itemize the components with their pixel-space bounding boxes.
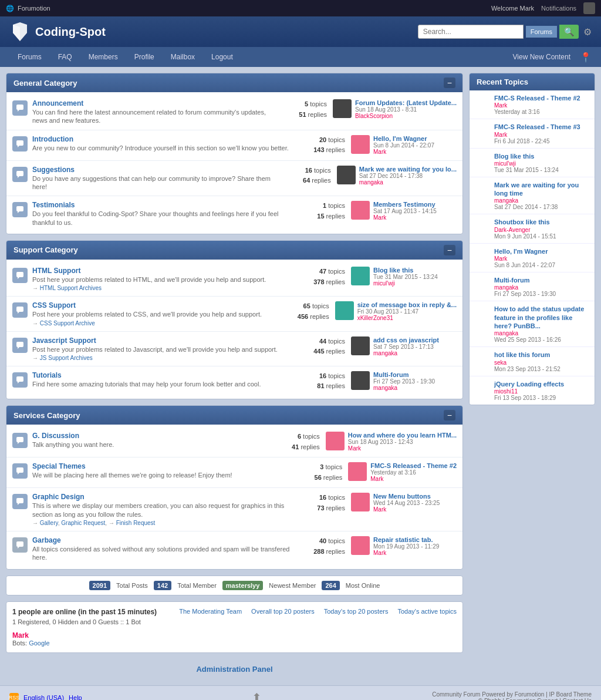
last-post-user-introduction[interactable]: Mark	[373, 149, 434, 155]
last-post-user-garbage[interactable]: Mark	[373, 550, 439, 556]
language-link[interactable]: English (USA)	[23, 694, 64, 700]
forum-name-js[interactable]: Javascript Support	[32, 336, 96, 345]
sidebar-topic-title-9[interactable]: jQuery Loading effects	[494, 380, 590, 388]
last-post-title-css[interactable]: size of message box in reply &...	[357, 301, 457, 308]
last-post-title-special-themes[interactable]: FMC-S Released - Theme #2	[370, 462, 457, 469]
rss-icon[interactable]: RSS	[9, 693, 19, 700]
last-post-user-css[interactable]: xKillerZone31	[357, 315, 457, 321]
last-post-user-graphic-design[interactable]: Mark	[373, 506, 440, 513]
forum-name-suggestions[interactable]: Suggestions	[32, 166, 75, 174]
forum-name-graphic-design[interactable]: Graphic Design	[32, 493, 85, 501]
finish-request-link[interactable]: Finish Request	[116, 520, 156, 526]
todays-active-link[interactable]: Today's active topics	[397, 608, 457, 615]
moderating-team-link[interactable]: The Moderating Team	[179, 608, 242, 615]
nav-mailbox[interactable]: Mailbox	[163, 47, 203, 67]
forum-name-introduction[interactable]: Introduction	[32, 135, 73, 143]
last-post-title-js[interactable]: add css on javascript	[373, 336, 439, 344]
search-forums-button[interactable]: Forums	[526, 26, 557, 38]
sidebar-topic-user-0[interactable]: Mark	[494, 102, 590, 109]
nav-profile[interactable]: Profile	[126, 47, 163, 67]
sidebar-topic-title-7[interactable]: How to add the status update feature in …	[494, 305, 590, 330]
forum-last-css: size of message box in reply &... Fri 30…	[335, 301, 457, 321]
top20-posters-link[interactable]: Overall top 20 posters	[251, 608, 315, 615]
last-post-title-html[interactable]: Blog like this	[373, 267, 438, 274]
support-category-toggle[interactable]: −	[444, 245, 455, 255]
sidebar-topic-user-1[interactable]: Mark	[494, 132, 590, 138]
search-go-button[interactable]: 🔍	[559, 25, 579, 39]
help-link[interactable]: Help	[69, 694, 82, 700]
sidebar-topic-title-2[interactable]: Blog like this	[494, 152, 590, 160]
todays-top20-link[interactable]: Today's top 20 posters	[324, 608, 389, 615]
sidebar-topic-user-7[interactable]: mangaka	[494, 330, 590, 336]
gear-icon[interactable]: ⚙	[583, 26, 592, 38]
forum-name-testimonials[interactable]: Testimonials	[32, 201, 75, 209]
last-post-user-special-themes[interactable]: Mark	[370, 476, 457, 482]
forum-name-tutorials[interactable]: Tutorials	[32, 371, 62, 379]
js-archives-link[interactable]: JS Support Archives	[40, 355, 93, 361]
forum-icon-gdiscussion	[12, 433, 28, 448]
logo[interactable]: Coding-Spot	[9, 21, 106, 42]
svg-rect-18	[16, 437, 23, 442]
online-user[interactable]: Mark	[12, 631, 457, 640]
forum-last-tutorials: Multi-forum Fri 27 Sep 2013 - 19:30 mang…	[351, 371, 457, 391]
sidebar-topic-user-2[interactable]: micul'wji	[494, 160, 590, 167]
notifications-link[interactable]: Notifications	[541, 5, 576, 12]
last-post-title-gdiscussion[interactable]: How and where do you learn HTM...	[348, 432, 457, 439]
sidebar-topic-title-8[interactable]: hot like this forum	[494, 351, 590, 359]
footer-copyright: Community Forum Powered by Forumotion | …	[432, 691, 592, 698]
services-category-toggle[interactable]: −	[444, 410, 455, 420]
google-bot-link[interactable]: Google	[29, 640, 49, 647]
last-post-user-gdiscussion[interactable]: Mark	[348, 445, 457, 452]
sidebar-topic-title-3[interactable]: Mark we are waiting for you long time	[494, 181, 590, 198]
nav-members[interactable]: Members	[80, 47, 126, 67]
last-post-user-suggestions[interactable]: mangaka	[359, 179, 457, 186]
sidebar-topic-user-4[interactable]: Dark-Avenger	[494, 227, 590, 233]
forum-name-garbage[interactable]: Garbage	[32, 536, 61, 544]
gallery-link[interactable]: Gallery	[40, 520, 58, 526]
last-post-user-announcement[interactable]: BlackScorpion	[355, 113, 457, 119]
sidebar-topic-title-6[interactable]: Multi-forum	[494, 276, 590, 284]
admin-panel-link[interactable]: Administration Panel	[196, 665, 272, 674]
last-post-title-announcement[interactable]: Forum Updates: (Latest Update...	[355, 99, 457, 106]
last-post-title-suggestions[interactable]: Mark we are waiting for you lo...	[359, 166, 457, 173]
last-post-title-introduction[interactable]: Hello, I'm Wagner	[373, 135, 434, 142]
sidebar-topic-title-5[interactable]: Hello, I'm Wagner	[494, 247, 590, 255]
html-archives-link[interactable]: HTML Support Archives	[40, 285, 102, 291]
main-container: General Category − Announcement You can …	[0, 67, 601, 685]
view-new-content-link[interactable]: View New Content	[513, 53, 571, 61]
sidebar-topic-user-8[interactable]: seka	[494, 359, 590, 366]
sidebar-topic-user-5[interactable]: Mark	[494, 255, 590, 262]
sidebar-topic-user-6[interactable]: mangaka	[494, 284, 590, 291]
css-archive-link[interactable]: CSS Support Archive	[40, 320, 95, 327]
search-input[interactable]	[418, 25, 524, 39]
forum-icon-special-themes	[12, 463, 28, 479]
nav-faq[interactable]: FAQ	[50, 47, 80, 67]
nav-logout[interactable]: Logout	[203, 47, 241, 67]
last-post-user-tutorials[interactable]: mangaka	[373, 385, 435, 391]
graphic-request-link[interactable]: Graphic Request	[61, 520, 105, 526]
last-post-title-tutorials[interactable]: Multi-forum	[373, 371, 435, 378]
sidebar-topic-title-0[interactable]: FMC-S Released - Theme #2	[494, 94, 590, 102]
newest-member-badge[interactable]: masterslyy	[222, 581, 264, 590]
nav-forums[interactable]: Forums	[9, 47, 50, 67]
last-post-title-testimonials[interactable]: Members Testimony	[373, 201, 437, 208]
forum-name-special-themes[interactable]: Special Themes	[32, 462, 86, 470]
sidebar-topic-time-7: Wed 25 Sep 2013 - 16:26	[494, 336, 590, 343]
forum-name-announcement[interactable]: Announcement	[32, 99, 83, 107]
last-post-user-testimonials[interactable]: Mark	[373, 214, 437, 221]
last-post-user-js[interactable]: mangaka	[373, 350, 439, 356]
last-post-title-garbage[interactable]: Repair statistic tab.	[373, 536, 439, 543]
last-post-user-html[interactable]: micul'wji	[373, 280, 438, 287]
sidebar-topic-title-1[interactable]: FMC-S Released - Theme #3	[494, 123, 590, 131]
svg-marker-9	[18, 211, 19, 213]
forum-name-css[interactable]: CSS Support	[32, 301, 76, 309]
sidebar-topic-user-9[interactable]: mioshi11	[494, 388, 590, 395]
last-post-title-graphic-design[interactable]: New Menu buttons	[373, 493, 440, 500]
sidebar-topic-user-3[interactable]: mangaka	[494, 197, 590, 204]
forum-name-html[interactable]: HTML Support	[32, 267, 80, 275]
forum-name-gdiscussion[interactable]: G. Discussion	[32, 432, 79, 440]
forum-last-gdiscussion: How and where do you learn HTM... Sun 18…	[326, 432, 457, 452]
sidebar-topic-title-4[interactable]: Shoutbox like this	[494, 218, 590, 226]
user-icon[interactable]	[583, 2, 595, 14]
general-category-toggle[interactable]: −	[444, 78, 455, 88]
